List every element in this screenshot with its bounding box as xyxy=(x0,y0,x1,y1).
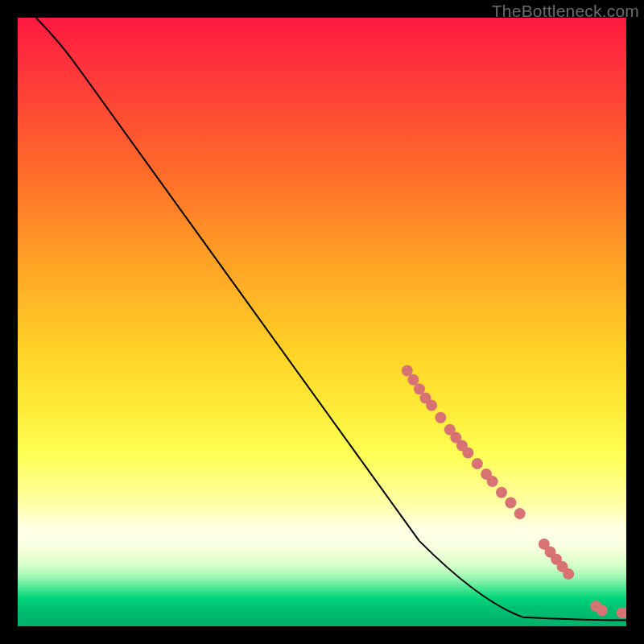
data-point xyxy=(487,476,498,487)
data-point xyxy=(563,568,574,580)
plot-area xyxy=(18,18,626,626)
chart-svg xyxy=(18,18,626,626)
data-point xyxy=(407,374,419,386)
data-point xyxy=(597,605,608,616)
data-point xyxy=(426,400,437,411)
marker-group xyxy=(402,365,626,619)
watermark-text: TheBottleneck.com xyxy=(492,2,639,21)
data-point xyxy=(472,458,483,469)
data-point xyxy=(514,508,526,519)
data-point xyxy=(496,487,507,498)
data-curve xyxy=(36,18,626,620)
data-point xyxy=(505,497,516,509)
chart-frame: TheBottleneck.com xyxy=(0,0,644,644)
data-point xyxy=(435,412,446,423)
data-point xyxy=(462,448,473,459)
